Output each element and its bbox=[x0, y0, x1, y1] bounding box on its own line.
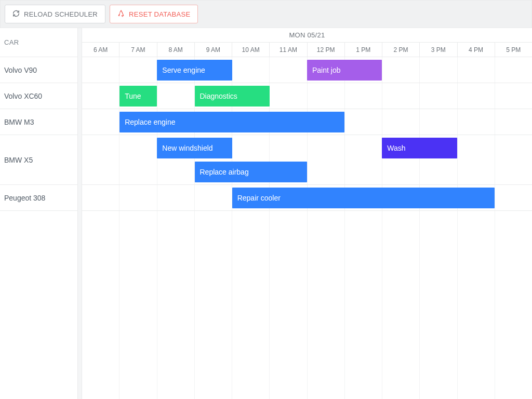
reload-scheduler-button[interactable]: RELOAD SCHEDULER bbox=[5, 5, 105, 23]
hour-header-cell: 5 PM bbox=[495, 43, 532, 57]
timeline-header: MON 05/21 6 AM7 AM8 AM9 AM10 AM11 AM12 P… bbox=[82, 28, 532, 57]
scheduler-event[interactable]: Wash bbox=[382, 138, 457, 158]
scheduler-event[interactable]: Paint job bbox=[307, 60, 382, 81]
reset-database-button[interactable]: RESET DATABASE bbox=[110, 5, 198, 23]
resource-column-header: CAR bbox=[0, 28, 77, 57]
column-splitter[interactable] bbox=[78, 28, 82, 399]
resource-column: CAR Volvo V90Volvo XC60BMW M3BMW X5Peuge… bbox=[0, 28, 78, 399]
timeline-row: TuneDiagnostics bbox=[82, 83, 532, 109]
timeline-date-label: MON 05/21 bbox=[82, 28, 532, 43]
timeline-row: New windshieldWashReplace airbag bbox=[82, 135, 532, 185]
refresh-icon bbox=[12, 10, 20, 19]
scheduler-event[interactable]: New windshield bbox=[157, 138, 232, 158]
scheduler-event[interactable]: Replace airbag bbox=[195, 162, 308, 182]
hour-header-cell: 2 PM bbox=[382, 43, 419, 57]
recycle-icon bbox=[117, 10, 125, 19]
scheduler-event[interactable]: Serve engine bbox=[157, 60, 232, 81]
resource-cell[interactable]: Peugeot 308 bbox=[0, 185, 77, 211]
toolbar: RELOAD SCHEDULER RESET DATABASE bbox=[0, 0, 532, 28]
scheduler-event[interactable]: Tune bbox=[119, 86, 157, 107]
resource-cell[interactable]: Volvo V90 bbox=[0, 57, 77, 83]
timeline-hours-row: 6 AM7 AM8 AM9 AM10 AM11 AM12 PM1 PM2 PM3… bbox=[82, 43, 532, 57]
hour-header-cell: 4 PM bbox=[457, 43, 495, 57]
hour-header-cell: 10 AM bbox=[232, 43, 269, 57]
hour-header-cell: 8 AM bbox=[157, 43, 194, 57]
resource-cell[interactable]: BMW X5 bbox=[0, 135, 77, 185]
resource-cell[interactable]: Volvo XC60 bbox=[0, 83, 77, 109]
timeline-body[interactable]: Serve enginePaint jobTuneDiagnosticsRepl… bbox=[82, 57, 532, 399]
timeline: MON 05/21 6 AM7 AM8 AM9 AM10 AM11 AM12 P… bbox=[82, 28, 532, 399]
hour-header-cell: 9 AM bbox=[194, 43, 232, 57]
reload-scheduler-label: RELOAD SCHEDULER bbox=[24, 10, 98, 18]
reset-database-label: RESET DATABASE bbox=[129, 10, 190, 18]
hour-header-cell: 12 PM bbox=[307, 43, 344, 57]
scheduler: CAR Volvo V90Volvo XC60BMW M3BMW X5Peuge… bbox=[0, 28, 532, 399]
scheduler-event[interactable]: Diagnostics bbox=[195, 86, 270, 107]
resource-cell[interactable]: BMW M3 bbox=[0, 109, 77, 135]
hour-header-cell: 3 PM bbox=[419, 43, 457, 57]
hour-header-cell: 6 AM bbox=[82, 43, 119, 57]
scheduler-event[interactable]: Replace engine bbox=[119, 112, 344, 132]
hour-header-cell: 7 AM bbox=[119, 43, 156, 57]
timeline-row: Repair cooler bbox=[82, 185, 532, 211]
timeline-row: Serve enginePaint job bbox=[82, 57, 532, 83]
scheduler-event[interactable]: Repair cooler bbox=[232, 188, 495, 208]
timeline-row: Replace engine bbox=[82, 109, 532, 135]
hour-header-cell: 11 AM bbox=[269, 43, 307, 57]
hour-header-cell: 1 PM bbox=[344, 43, 382, 57]
